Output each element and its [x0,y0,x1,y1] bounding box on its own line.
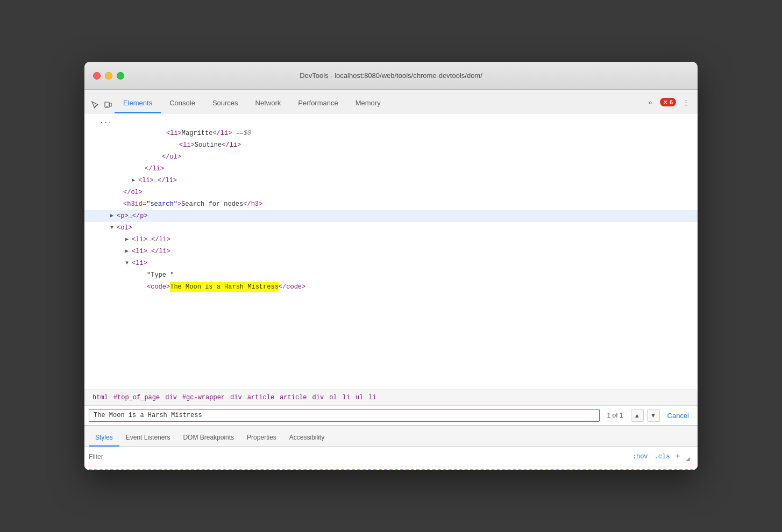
filter-bar: :hov .cls + ◢ [84,447,698,467]
attr-name: id= [135,199,147,209]
error-x-icon: ✕ [663,99,667,105]
dom-tag: <li> [132,235,147,245]
dom-line[interactable]: <li>…</li> [84,246,698,257]
more-tabs-button[interactable]: » [643,95,658,110]
dom-line[interactable]: <code>The Moon is a Harsh Mistress</code… [84,281,698,293]
expand-arrow[interactable] [125,247,132,256]
devtools-window: DevTools - localhost:8080/web/tools/chro… [84,62,698,470]
bottom-tab-dom-breakpoints[interactable]: DOM Breakpoints [176,429,240,447]
tab-memory[interactable]: Memory [347,94,389,113]
breadcrumb-ul[interactable]: ul [354,393,365,402]
resize-handle[interactable]: ◢ [686,456,693,463]
cls-button[interactable]: .cls [652,452,672,462]
dom-tag: </h3> [243,199,262,209]
dom-line[interactable]: <li>Magritte</li> == $0 [84,127,698,139]
dom-line[interactable]: <li> [84,257,698,269]
breadcrumb-div-2[interactable]: div [229,393,244,402]
dom-tag: </code> [279,282,305,292]
window-title: DevTools - localhost:8080/web/tools/chro… [300,71,482,80]
dom-line[interactable]: "Type " [84,269,698,281]
dom-panel[interactable]: ... <li>Magritte</li> == $0 <li>Soutine<… [84,113,698,390]
breadcrumb-li-2[interactable]: li [367,393,378,402]
close-button[interactable] [93,72,101,80]
dom-tag: </li> [151,235,170,245]
tab-console[interactable]: Console [161,94,204,113]
expand-arrow[interactable] [110,211,117,221]
dom-tag: </li> [158,176,177,185]
dom-text: Search for nodes [181,199,243,209]
main-area: ... <li>Magritte</li> == $0 <li>Soutine<… [84,113,698,470]
bottom-tab-styles[interactable]: Styles [89,429,119,447]
maximize-button[interactable] [117,72,124,80]
dom-text: Magritte [182,128,213,138]
breadcrumb-div-3[interactable]: div [311,393,326,402]
filter-buttons: :hov .cls + [630,452,681,462]
expand-arrow[interactable] [132,176,138,185]
add-style-button[interactable]: + [674,452,681,462]
attr-value: "search" [146,199,177,209]
dom-tag: </ul> [162,152,181,162]
bottom-tabs-bar: Styles Event Listeners DOM Breakpoints P… [84,426,698,447]
dom-dots[interactable]: ... [95,117,116,126]
breadcrumb-article-2[interactable]: article [278,393,308,402]
dom-line[interactable]: <ol> [84,222,698,234]
dom-line[interactable]: </ul> [84,151,698,163]
breadcrumb-div-1[interactable]: div [163,393,179,402]
ellipsis: … [147,247,151,256]
breadcrumb-article-1[interactable]: article [246,393,276,402]
breadcrumb-html[interactable]: html [91,393,110,402]
dom-tag: <ol> [117,223,132,233]
dom-line[interactable]: <li>Soutine</li> [84,139,698,151]
main-tabs-bar: Elements Console Sources Network Perform… [84,90,698,113]
breadcrumb-li-1[interactable]: li [341,393,352,402]
bottom-tab-properties[interactable]: Properties [240,429,283,447]
breadcrumb-top-of-page[interactable]: #top_of_page [112,393,161,402]
dom-tag: </li> [212,128,232,138]
dom-tag: <h3 [123,199,135,209]
dom-tag: <li> [132,247,147,256]
dom-line[interactable]: <h3 id="search">Search for nodes</h3> [84,198,698,210]
devtools-menu-button[interactable]: ⋮ [678,95,693,110]
bottom-tab-accessibility[interactable]: Accessibility [283,429,331,447]
dom-tag: </ol> [123,188,143,197]
dom-tag: <li> [132,258,147,268]
minimize-button[interactable] [105,72,112,80]
dom-tag: <li> [179,140,195,150]
tab-performance[interactable]: Performance [289,94,346,113]
dom-text-node: "Type " [147,270,174,280]
tab-sources[interactable]: Sources [204,94,247,113]
dom-tag: <li> [166,128,182,138]
traffic-lights [93,72,124,80]
hov-button[interactable]: :hov [630,452,650,462]
expand-arrow[interactable] [125,235,132,245]
bottom-panel: Styles Event Listeners DOM Breakpoints P… [84,426,698,470]
dom-tag: <p> [117,211,129,221]
filter-input[interactable] [89,453,626,461]
dom-line[interactable]: </ol> [84,186,698,198]
search-prev-button[interactable]: ▲ [631,409,644,422]
inspect-icon[interactable] [89,100,102,113]
dom-line-selected[interactable]: <p>…</p> [84,210,698,222]
tabs-toolbar-icons: » ✕ 6 ⋮ [643,95,693,113]
dom-tag: <code> [147,282,170,292]
error-badge[interactable]: ✕ 6 [660,98,676,106]
device-toggle-icon[interactable] [102,100,115,113]
tab-elements[interactable]: Elements [115,94,161,113]
breadcrumb-bar: html #top_of_page div #gc-wrapper div ar… [84,390,698,406]
dashed-border-indicator [89,469,693,470]
search-cancel-button[interactable]: Cancel [663,412,693,420]
error-count: 6 [670,99,673,105]
dom-line[interactable]: <li>…</li> [84,234,698,246]
ellipsis: … [147,235,151,245]
search-next-button[interactable]: ▼ [647,409,660,422]
expand-arrow[interactable] [110,223,117,233]
dom-dots-line: ... [84,116,698,127]
search-input[interactable] [89,409,600,422]
expand-arrow[interactable] [125,258,132,268]
dom-line[interactable]: <li>…</li> [84,175,698,186]
tab-network[interactable]: Network [247,94,290,113]
bottom-tab-event-listeners[interactable]: Event Listeners [119,429,177,447]
breadcrumb-gc-wrapper[interactable]: #gc-wrapper [181,393,226,402]
dom-line[interactable]: </li> [84,163,698,175]
breadcrumb-ol[interactable]: ol [328,393,338,402]
